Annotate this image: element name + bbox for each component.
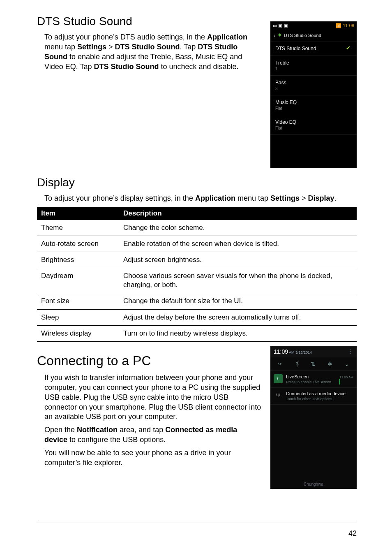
notification-time-meta: 11:00 AM: [339, 375, 353, 379]
text: To adjust your phone’s display settings,…: [44, 194, 195, 202]
quick-settings-row: ᯤ ᛡ ⇅ ✲ ⌄: [270, 357, 357, 371]
cell-desc: Enable rotation of the screen when devic…: [119, 236, 357, 252]
cell-desc: Turn on to find nearby wireless displays…: [119, 325, 357, 341]
table-header-desc: Description: [119, 207, 357, 220]
screenshot-icon: [339, 379, 340, 385]
chevron-down-icon[interactable]: ⌄: [344, 361, 349, 367]
cell-item: Font size: [37, 293, 119, 309]
text: to uncheck and disable.: [159, 63, 238, 71]
text: .: [334, 194, 337, 202]
page-number: 42: [348, 529, 357, 538]
setting-value: Flat: [275, 106, 352, 111]
heading-dts: DTS Studio Sound: [37, 14, 262, 28]
checkbox-checked-icon[interactable]: ✔: [346, 46, 352, 51]
text: to configure the USB options.: [67, 436, 166, 444]
screenshot-dts-settings: ▭ ▣ ▣ 📶 11:08 ‹ ✸ DTS Studio Sound DTS S…: [270, 21, 357, 168]
table-header-item: Item: [37, 207, 119, 220]
notification-title: Connected as a media device: [286, 391, 346, 396]
cell-item: Daydream: [37, 268, 119, 293]
status-right: 📶 11:08: [336, 23, 354, 28]
heading-display: Display: [37, 175, 357, 190]
bold: Settings: [77, 43, 106, 51]
setting-label: DTS Studio Sound: [275, 46, 316, 51]
setting-video-eq[interactable]: Video EQ Flat: [270, 115, 357, 135]
bold: DTS Studio Sound: [115, 43, 180, 51]
notification-subtitle: Press to enable LiveScreen.: [286, 380, 332, 384]
table-row: Wireless display Turn on to find nearby …: [37, 325, 357, 341]
bold: Application: [195, 194, 235, 202]
para-dts: To adjust your phone’s DTS audio setting…: [44, 32, 262, 72]
bold: Notification: [77, 426, 118, 434]
heading-connecting-pc: Connecting to a PC: [37, 352, 262, 369]
cell-item: Wireless display: [37, 325, 119, 341]
status-time: 11:08: [343, 23, 354, 28]
text: Open the: [44, 426, 77, 434]
bold: DTS Studio Sound: [94, 63, 159, 71]
time-value: 11:09: [274, 348, 288, 355]
table-row: Brightness Adjust screen brightness.: [37, 252, 357, 268]
para-display: To adjust your phone’s display settings,…: [44, 194, 357, 204]
text: area, and tap: [118, 426, 165, 434]
back-icon[interactable]: ‹: [274, 33, 275, 38]
cell-desc: Change the color scheme.: [119, 220, 357, 236]
cell-desc: Adjust the delay before the screen autom…: [119, 309, 357, 325]
notification-topbar: 11:09AM 3/13/2014 ⋮: [270, 346, 357, 357]
brightness-icon[interactable]: ✲: [327, 361, 332, 367]
table-row: Daydream Choose various screen saver vis…: [37, 268, 357, 293]
cell-item: Brightness: [37, 252, 119, 268]
setting-label: Music EQ: [275, 100, 297, 105]
cell-desc: Choose various screen saver visuals for …: [119, 268, 357, 293]
setting-bass[interactable]: Bass 3: [270, 76, 357, 95]
table-row: Font size Change the default font size f…: [37, 293, 357, 309]
text: >: [106, 43, 115, 51]
cell-item: Auto-rotate screen: [37, 236, 119, 252]
gear-icon: ✸: [278, 32, 281, 38]
notification-subtitle: Touch for other USB options.: [286, 397, 333, 401]
app-bar[interactable]: ‹ ✸ DTS Studio Sound: [270, 30, 357, 42]
bluetooth-icon[interactable]: ᛡ: [295, 361, 299, 367]
wifi-icon[interactable]: ᯤ: [278, 361, 284, 367]
cell-item: Sleep: [37, 309, 119, 325]
text: To adjust your phone’s DTS audio setting…: [44, 33, 207, 41]
bold: Application: [207, 33, 247, 41]
setting-label: Video EQ: [275, 119, 296, 125]
sync-icon[interactable]: ⇅: [311, 361, 316, 367]
menu-icon[interactable]: ⋮: [347, 350, 353, 354]
notification-title: LiveScreen: [286, 374, 309, 379]
text: . Tap: [180, 43, 198, 51]
status-bar: ▭ ▣ ▣ 📶 11:08: [270, 21, 357, 30]
cell-item: Theme: [37, 220, 119, 236]
setting-music-eq[interactable]: Music EQ Flat: [270, 95, 357, 115]
setting-label: Treble: [275, 60, 289, 66]
cell-desc: Adjust screen brightness.: [119, 252, 357, 268]
text: menu tap: [235, 194, 270, 202]
notification-time: 11:09AM 3/13/2014: [274, 348, 312, 355]
setting-value: Flat: [275, 126, 352, 130]
carrier-label: Chunghwa: [270, 482, 357, 486]
setting-value: 1: [275, 67, 352, 71]
status-left-icons: ▭ ▣ ▣: [273, 23, 288, 28]
setting-treble[interactable]: Treble 1: [270, 56, 357, 76]
para-pc-1: If you wish to transfer information betw…: [44, 373, 262, 422]
footer-rule: [37, 523, 357, 523]
setting-value: 3: [275, 86, 352, 91]
cell-desc: Change the default font size for the UI.: [119, 293, 357, 309]
notification-usb-connected[interactable]: Ψ Connected as a media device Touch for …: [270, 388, 357, 405]
display-settings-table: Item Description Theme Change the color …: [37, 207, 357, 342]
table-row: Auto-rotate screen Enable rotation of th…: [37, 236, 357, 252]
screenshot-notification-shade: 11:09AM 3/13/2014 ⋮ ᯤ ᛡ ⇅ ✲ ⌄ ᯤ LiveScre…: [270, 346, 357, 489]
table-row: Sleep Adjust the delay before the screen…: [37, 309, 357, 325]
para-pc-2: Open the Notification area, and tap Conn…: [44, 425, 262, 445]
livescreen-icon: ᯤ: [274, 374, 283, 383]
bold: Settings: [270, 194, 300, 202]
notification-livescreen[interactable]: ᯤ LiveScreen Press to enable LiveScreen.…: [270, 371, 357, 388]
text: menu tap: [44, 43, 77, 51]
appbar-title: DTS Studio Sound: [284, 33, 321, 38]
setting-enable-dts[interactable]: DTS Studio Sound ✔: [270, 42, 357, 56]
time-ampm-date: AM 3/13/2014: [289, 350, 312, 354]
usb-icon: Ψ: [274, 391, 283, 400]
text: >: [300, 194, 308, 202]
setting-label: Bass: [275, 80, 286, 86]
bold: Display: [308, 194, 334, 202]
signal-icon: 📶: [336, 23, 341, 28]
